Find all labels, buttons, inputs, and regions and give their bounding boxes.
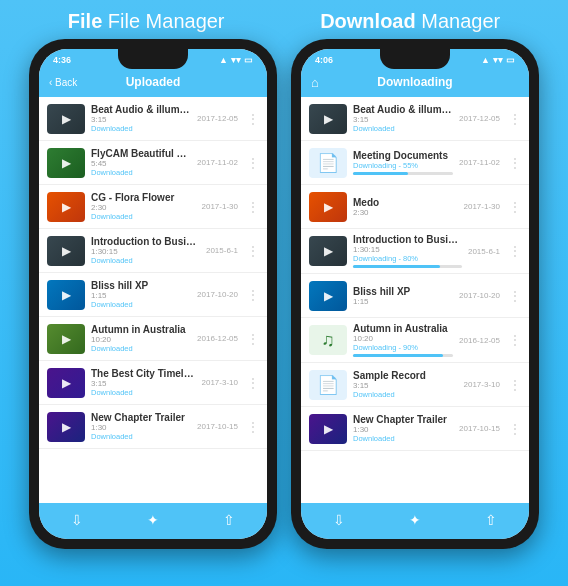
file-name: Medo — [353, 197, 458, 208]
dots-menu[interactable]: ⋮ — [247, 112, 259, 126]
file-duration: 10:20 — [91, 335, 191, 344]
file-info: Bliss hill XP 1:15 Downloaded — [91, 280, 191, 309]
file-manager-title: File File Manager — [68, 10, 225, 33]
play-icon: ▶ — [62, 200, 71, 214]
phone-screen-right: 4:06 ▲ ▾▾ ▭ ⌂ Downloading ▶ Beat Audio &… — [301, 49, 529, 539]
phones-row: 4:36 ▲ ▾▾ ▭ ‹ Back Uploaded ▶ Beat Audio… — [19, 39, 549, 549]
file-status-downloading: Downloading - 90% — [353, 343, 453, 352]
home-button[interactable]: ⌂ — [311, 75, 319, 90]
list-item[interactable]: ▶ Introduction to Business 101 1:30:15 D… — [301, 229, 529, 274]
list-item[interactable]: ▶ New Chapter Trailer 1:30 Downloaded 20… — [39, 405, 267, 449]
signal-icon-left: ▲ — [219, 55, 228, 65]
dots-menu[interactable]: ⋮ — [247, 200, 259, 214]
thumb-autumn: ▶ — [47, 324, 85, 354]
play-icon: ▶ — [62, 244, 71, 258]
file-name: Sample Record — [353, 370, 458, 381]
dots-menu[interactable]: ⋮ — [509, 156, 521, 170]
play-icon: ▶ — [324, 112, 333, 126]
dots-menu[interactable]: ⋮ — [509, 112, 521, 126]
dots-menu[interactable]: ⋮ — [509, 333, 521, 347]
file-status: Downloaded — [91, 256, 200, 265]
tab-download-icon[interactable]: ⇩ — [71, 512, 83, 528]
list-item[interactable]: ▶ Beat Audio & illumination 3:15 Downloa… — [39, 97, 267, 141]
dots-menu[interactable]: ⋮ — [509, 244, 521, 258]
list-item[interactable]: 📄 Meeting Documents Downloading - 55% 20… — [301, 141, 529, 185]
file-status: Downloaded — [353, 434, 453, 443]
list-item[interactable]: ▶ Beat Audio & illumination 3:15 Downloa… — [301, 97, 529, 141]
list-item[interactable]: ▶ Bliss hill XP 1:15 Downloaded 2017-10-… — [39, 273, 267, 317]
thumb-autumn-right: ♫ — [309, 325, 347, 355]
file-info: Introduction to Business 101 1:30:15 Dow… — [353, 234, 462, 268]
list-item[interactable]: ♫ Autumn in Australia 10:20 Downloading … — [301, 318, 529, 363]
file-duration: 3:15 — [353, 115, 453, 124]
thumb-trailer-right: ▶ — [309, 414, 347, 444]
nav-bar-left: ‹ Back Uploaded — [39, 69, 267, 97]
list-item[interactable]: ▶ The Best City Timelapse 3:15 Downloade… — [39, 361, 267, 405]
thumb-bliss: ▶ — [47, 280, 85, 310]
dots-menu[interactable]: ⋮ — [247, 244, 259, 258]
file-date: 2017-11-02 — [197, 158, 238, 167]
file-name: Bliss hill XP — [91, 280, 191, 291]
dots-menu[interactable]: ⋮ — [509, 200, 521, 214]
dots-menu[interactable]: ⋮ — [247, 288, 259, 302]
file-date: 2017-10-15 — [459, 424, 500, 433]
list-item[interactable]: ▶ Introduction to Business 101 1:30:15 D… — [39, 229, 267, 273]
document-icon: 📄 — [317, 374, 339, 396]
tab-upload-icon[interactable]: ⇧ — [223, 512, 235, 528]
file-status: Downloaded — [91, 344, 191, 353]
file-date: 2016-12-05 — [197, 334, 238, 343]
file-date: 2017-11-02 — [459, 158, 500, 167]
file-date: 2015-6-1 — [206, 246, 238, 255]
list-item[interactable]: ▶ Autumn in Australia 10:20 Downloaded 2… — [39, 317, 267, 361]
dots-menu[interactable]: ⋮ — [247, 156, 259, 170]
file-meta-right: 2015-6-1 — [206, 246, 238, 255]
list-item[interactable]: ▶ FlyCAM Beautiful Lake 5:45 Downloaded … — [39, 141, 267, 185]
signal-icon-right: ▲ — [481, 55, 490, 65]
file-duration: 1:30 — [91, 423, 191, 432]
thumb-beat-right: ▶ — [309, 104, 347, 134]
file-meta-right: 2017-3-10 — [464, 380, 500, 389]
progress-bar-autumn — [353, 354, 453, 357]
dots-menu[interactable]: ⋮ — [247, 376, 259, 390]
file-info: FlyCAM Beautiful Lake 5:45 Downloaded — [91, 148, 191, 177]
tab-share-icon-right[interactable]: ✦ — [409, 512, 421, 528]
progress-bar-meeting — [353, 172, 453, 175]
thumb-trailer-left: ▶ — [47, 412, 85, 442]
file-info: Medo 2:30 — [353, 197, 458, 217]
nav-title-right: Downloading — [377, 75, 452, 89]
file-status: Downloaded — [353, 124, 453, 133]
dots-menu[interactable]: ⋮ — [247, 332, 259, 346]
tab-download-icon-right[interactable]: ⇩ — [333, 512, 345, 528]
file-duration: 1:15 — [353, 297, 453, 306]
file-date: 2017-1-30 — [464, 202, 500, 211]
nav-bar-right: ⌂ Downloading — [301, 69, 529, 97]
battery-icon-right: ▭ — [506, 55, 515, 65]
list-item[interactable]: ▶ Bliss hill XP 1:15 2017-10-20 ⋮ — [301, 274, 529, 318]
list-item[interactable]: 📄 Sample Record 3:15 Downloaded 2017-3-1… — [301, 363, 529, 407]
back-button[interactable]: ‹ Back — [49, 77, 77, 88]
list-item[interactable]: ▶ New Chapter Trailer 1:30 Downloaded 20… — [301, 407, 529, 451]
dots-menu[interactable]: ⋮ — [509, 378, 521, 392]
list-item[interactable]: ▶ Medo 2:30 2017-1-30 ⋮ — [301, 185, 529, 229]
file-name: Introduction to Business 101 — [353, 234, 462, 245]
status-icons-right: ▲ ▾▾ ▭ — [481, 55, 515, 65]
file-meta-right: 2017-1-30 — [202, 202, 238, 211]
tab-share-icon[interactable]: ✦ — [147, 512, 159, 528]
dots-menu[interactable]: ⋮ — [247, 420, 259, 434]
wifi-icon-right: ▾▾ — [493, 55, 503, 65]
file-duration: 10:20 — [353, 334, 453, 343]
file-date: 2017-10-20 — [459, 291, 500, 300]
file-date: 2016-12-05 — [459, 336, 500, 345]
tab-upload-icon-right[interactable]: ⇧ — [485, 512, 497, 528]
file-date: 2017-10-20 — [197, 290, 238, 299]
file-meta-right: 2017-10-15 — [197, 422, 238, 431]
file-date: 2017-12-05 — [459, 114, 500, 123]
file-name: New Chapter Trailer — [353, 414, 453, 425]
tab-bar-right: ⇩ ✦ ⇧ — [301, 503, 529, 539]
file-name: Autumn in Australia — [353, 323, 453, 334]
list-item[interactable]: ▶ CG - Flora Flower 2:30 Downloaded 2017… — [39, 185, 267, 229]
file-duration: 5:45 — [91, 159, 191, 168]
file-name: Introduction to Business 101 — [91, 236, 200, 247]
dots-menu[interactable]: ⋮ — [509, 422, 521, 436]
dots-menu[interactable]: ⋮ — [509, 289, 521, 303]
